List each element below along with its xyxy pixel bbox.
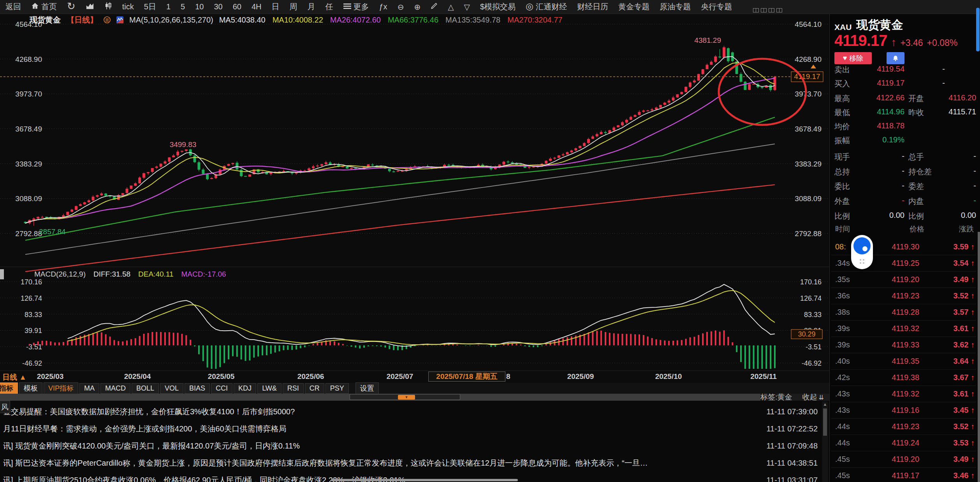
hscrollbar-handle[interactable]: ▼ (398, 395, 415, 400)
svg-text:126.74: 126.74 (21, 294, 42, 302)
tick-row: .39s4119.333.62 ↑ (835, 339, 975, 350)
tab-PSY[interactable]: PSY (325, 383, 349, 394)
toolbar-item-draw[interactable] (431, 2, 438, 11)
toolbar-item-gold-topic[interactable]: 黄金专题 (618, 2, 649, 12)
bottom-scroll-pill[interactable] (331, 479, 518, 481)
toolbar-item-candle-chart[interactable] (104, 2, 112, 12)
toolbar-item-central-bank-topic[interactable]: 央行专题 (701, 2, 732, 12)
tab-VOL[interactable]: VOL (160, 383, 183, 394)
toolbar-item-5d[interactable]: 5日 (144, 2, 156, 12)
toolbar-item-zoom-out[interactable]: ⊖ (398, 2, 404, 12)
tick-price: 4119.23 (871, 422, 919, 431)
toolbar-item-back[interactable]: 返回 (5, 2, 21, 12)
quote-value: 0.00 (854, 211, 904, 220)
toolbar-item-fx[interactable]: ƒx (379, 2, 387, 11)
alert-bell-button[interactable] (887, 52, 904, 64)
toolbar-item-home[interactable]: 首页 (31, 2, 57, 12)
tab-模板[interactable]: 模板 (19, 382, 42, 394)
tick-change: 3.52 ↑ (954, 422, 975, 431)
news-scrollbar[interactable]: ▲ (822, 401, 828, 482)
tab-BOLL[interactable]: BOLL (132, 383, 159, 394)
toolbar-item-fx678[interactable]: ◎汇通财经 (526, 2, 567, 12)
tick-time: .44s (835, 438, 871, 447)
toolbar-item-refresh[interactable]: ↻ (67, 2, 76, 12)
tick-change: 3.46 ↑ (954, 471, 975, 480)
tab-MA[interactable]: MA (79, 383, 99, 394)
toolbar-item-label: ⊖ (398, 2, 404, 12)
news-item[interactable]: 讯] 斯巴达资本证券的PeterCardillo称，黄金期货上涨，原因是预计美国… (3, 454, 818, 471)
layout-grid-icon[interactable] (769, 8, 774, 12)
price-up-arrow-icon: ↑ (891, 36, 896, 49)
tab-CCI[interactable]: CCI (211, 383, 232, 394)
toolbar-item-month[interactable]: 月 (308, 2, 315, 12)
toolbar-item-area-chart[interactable] (86, 2, 94, 12)
chart-layout-icons[interactable] (753, 8, 782, 12)
tick-time: .40s (835, 357, 871, 366)
macd-macd-value: MACD:-17.06 (181, 270, 226, 279)
toolbar-item-custom[interactable]: 任 (325, 2, 333, 12)
tab-CR[interactable]: CR (305, 383, 324, 394)
chart-hscrollbar[interactable]: ▼ 标签:黄金 收起⇊ (0, 394, 829, 401)
floating-widget[interactable] (851, 235, 873, 269)
tab-VIP指标[interactable]: VIP指标 (44, 382, 78, 394)
toolbar-item-5min[interactable]: 5 (181, 2, 185, 11)
scroll-up-arrow-icon[interactable]: ▲ (822, 401, 828, 407)
svg-text:2792.88: 2792.88 (15, 230, 42, 238)
tab-BIAS[interactable]: BIAS (185, 383, 210, 394)
tab-设置[interactable]: 设置 (355, 382, 379, 394)
layout-single-icon[interactable] (753, 8, 759, 12)
panel-collapse-handle[interactable] (0, 269, 4, 279)
toolbar-item-tri-up[interactable]: △ (448, 2, 454, 12)
browser-scrollbar-thumb[interactable] (976, 8, 980, 51)
toolbar-item-more[interactable]: 更多 (343, 2, 369, 12)
remove-watch-button[interactable]: ♥移除 (834, 52, 872, 64)
panel-scrollbar[interactable] (978, 232, 980, 482)
toolbar-item-week[interactable]: 周 (290, 2, 297, 12)
quote-label: 买入 (834, 79, 850, 89)
ma-legend-value: MA135:3549.78 (445, 16, 500, 25)
news-item[interactable]: 金交易提醒：美国疲软数据加剧经济担忧，金价狂飙近3%收复4100！后市剑指500… (3, 403, 818, 420)
toolbar-item-30min[interactable]: 30 (214, 2, 222, 11)
toolbar-item-tri-down[interactable]: ▽ (464, 2, 470, 12)
toolbar-item-oil-topic[interactable]: 原油专题 (660, 2, 691, 12)
ma-indicator-icon[interactable] (116, 16, 123, 23)
news-timestamp: 11-11 03:31:07 (738, 476, 818, 482)
browser-bubble-icon[interactable] (853, 237, 871, 254)
tick-price: 4119.20 (871, 455, 919, 464)
toolbar-item-zoom-in[interactable]: ⊕ (414, 2, 421, 12)
news-item[interactable]: 讯] 现货黄金刚刚突破4120.00美元/盎司关口，最新报4120.07美元/盎… (3, 437, 818, 454)
toolbar-item-label: 任 (325, 2, 333, 12)
news-circle-icon[interactable] (104, 16, 111, 23)
tab-KDJ[interactable]: KDJ (234, 383, 256, 394)
news-scrollbar-thumb[interactable] (823, 408, 827, 436)
toolbar-item-4h[interactable]: 4H (252, 2, 262, 11)
toolbar-item-60min[interactable]: 60 (233, 2, 241, 11)
toolbar-item-tick[interactable]: tick (122, 2, 134, 11)
toolbar-item-calendar[interactable]: 财经日历 (577, 2, 608, 12)
tab-MACD[interactable]: MACD (100, 383, 130, 394)
tick-change: 3.67 ↑ (954, 373, 975, 382)
toolbar-item-10min[interactable]: 10 (195, 2, 204, 11)
news-corner-tab[interactable]: 风 (0, 401, 10, 413)
quote-label: 内盘 (908, 196, 924, 207)
tick-change: 3.62 ↑ (954, 340, 975, 349)
macd-header: MACD(26,12,9) DIFF:31.58 DEA:40.11 MACD:… (34, 270, 226, 279)
tick-change: 3.53 ↑ (954, 438, 975, 447)
period-label[interactable]: 日线 ▲ (2, 372, 26, 382)
symbol-code: XAU (834, 23, 852, 33)
toolbar-item-label: ƒx (379, 2, 387, 11)
toolbar-item-label: 5 (181, 2, 185, 11)
tab-RSI[interactable]: RSI (283, 383, 304, 394)
layout-split-icon[interactable] (761, 8, 767, 12)
axis-month-label: 2025/09 (567, 372, 594, 381)
tab-指标[interactable]: 指标 (0, 382, 18, 394)
top-toolbar: 返回首页↻tick5日151030604H日周月任更多ƒx⊖⊕△▽$模拟交易◎汇… (0, 0, 980, 14)
news-item[interactable]: 月11日财经早餐：需求推动，金价强势上涨或剑指4200，美油60关口供需博弈格局… (3, 420, 818, 437)
toolbar-item-day[interactable]: 日 (272, 2, 280, 12)
layout-quad-icon[interactable] (776, 8, 782, 12)
drag-dots-icon (860, 259, 864, 264)
toolbar-item-1min[interactable]: 1 (166, 2, 171, 11)
toolbar-item-sim-trade[interactable]: $模拟交易 (480, 2, 516, 12)
candlestick-chart[interactable]: 4564.104564.104268.904268.903973.703973.… (0, 14, 829, 372)
tab-LW&[interactable]: LW& (257, 383, 282, 394)
